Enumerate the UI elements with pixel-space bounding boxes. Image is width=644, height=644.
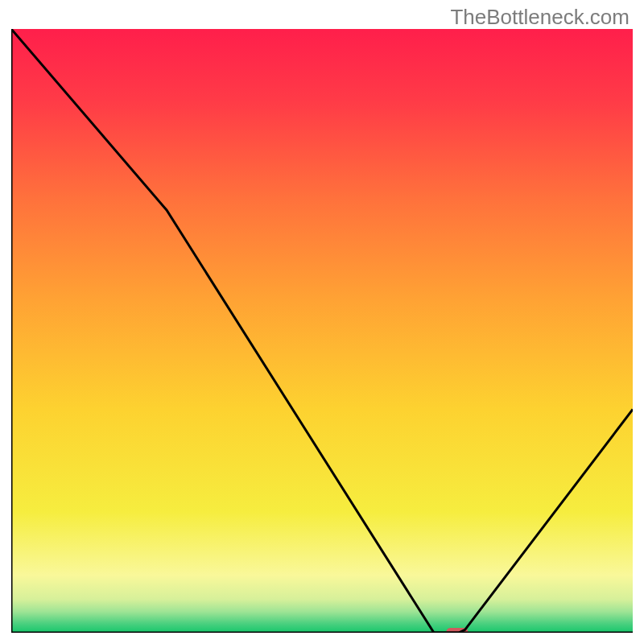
- bottleneck-chart: [11, 29, 633, 633]
- chart-background: [11, 29, 633, 633]
- watermark-text: TheBottleneck.com: [450, 5, 630, 30]
